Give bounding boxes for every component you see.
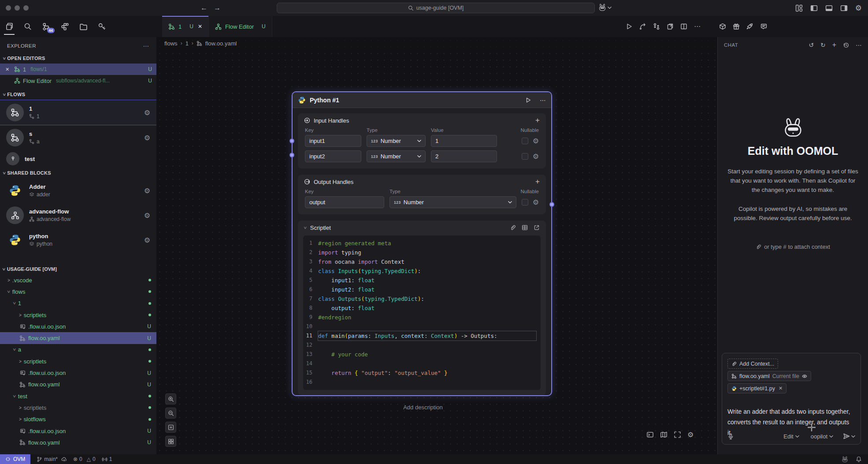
gift-icon[interactable] [733, 23, 740, 30]
tree-item-.flow.ui.oo.json[interactable]: .flow.ui.oo.jsonU [0, 367, 156, 378]
export-icon[interactable] [667, 23, 674, 30]
flow-list-item-s[interactable]: s a ⚙ [0, 125, 156, 150]
remove-chip-icon[interactable]: ✕ [779, 385, 783, 391]
type-select[interactable]: 123 Number [367, 135, 426, 147]
problems-item[interactable]: ⊗0 △0 [73, 456, 96, 462]
blocks-activity-icon[interactable] [58, 19, 71, 34]
tree-item-flows[interactable]: >flows [0, 286, 156, 297]
code-line-6[interactable]: 6 input2: float [303, 285, 541, 294]
breadcrumb-item[interactable]: flow.oo.yaml [205, 40, 237, 47]
context-scriptlet-chip[interactable]: +scriptlet#1.py ✕ [727, 383, 786, 393]
redo-icon[interactable]: ↻ [820, 41, 826, 49]
tree-item-.flow.ui.oo.json[interactable]: .flow.ui.oo.jsonU [0, 321, 156, 332]
shared-block-python[interactable]: python python ⚙ [0, 228, 156, 252]
output-handle[interactable] [549, 202, 554, 207]
zoom-in-icon[interactable] [165, 393, 176, 404]
add-output-icon[interactable]: + [535, 177, 540, 186]
flow-canvas-editor[interactable]: flows › 1 › flow.oo.yaml Python #1 ⋯ Inp… [156, 37, 717, 454]
fit-view-icon[interactable] [165, 422, 176, 433]
add-context-chip[interactable]: Add Context... [727, 359, 778, 369]
overview-grid-icon[interactable] [165, 436, 176, 447]
command-center-search[interactable]: usage-guide [OVM] [277, 3, 595, 13]
code-line-1[interactable]: 1#region generated meta [303, 239, 541, 248]
shared-blocks-header[interactable]: > SHARED BLOCKS [0, 168, 156, 178]
traffic-light-close[interactable] [6, 5, 11, 11]
flow-list-item-1[interactable]: 1 1 ⚙ [0, 100, 156, 125]
tree-item-flow.oo.yaml[interactable]: flow.oo.yamlU [0, 332, 156, 344]
tree-item-scriptlets[interactable]: >scriptlets [0, 402, 156, 413]
gear-icon[interactable]: ⚙ [533, 152, 539, 161]
code-line-16[interactable]: 16 [303, 378, 541, 387]
code-line-5[interactable]: 5 input1: float [303, 276, 541, 285]
git-branch-item[interactable]: main* [37, 456, 67, 462]
tree-item-scriptlets[interactable]: >scriptlets [0, 355, 156, 367]
undo-icon[interactable]: ↺ [809, 41, 814, 49]
context-file-chip[interactable]: flow.oo.yaml Current file [727, 371, 811, 381]
settings-gear-icon[interactable]: ⚙ [855, 4, 862, 13]
send-button[interactable] [843, 433, 855, 440]
input2-handle[interactable] [289, 153, 294, 157]
open-editor-item-2[interactable]: Flow Editor subflows/advanced-fl... U [0, 75, 156, 86]
rerun-icon[interactable] [639, 23, 646, 30]
explorer-activity-icon[interactable] [3, 19, 16, 34]
code-line-8[interactable]: 8 output: float [303, 303, 541, 313]
gear-icon[interactable]: ⚙ [144, 187, 150, 195]
zoom-out-icon[interactable] [165, 408, 176, 419]
tree-item-a[interactable]: >a [0, 344, 156, 355]
gear-icon[interactable]: ⚙ [533, 137, 539, 145]
gear-icon[interactable]: ⚙ [533, 198, 539, 206]
open-editors-header[interactable]: > OPEN EDITORS [0, 53, 156, 64]
open-external-icon[interactable] [534, 225, 540, 231]
python-node-card[interactable]: Python #1 ⋯ Input Handles + Key Type Val… [292, 91, 552, 396]
key-input[interactable]: input1 [305, 135, 361, 147]
open-editor-item-1[interactable]: ✕ 1 flows/1 U [0, 64, 156, 75]
gear-icon[interactable]: ⚙ [144, 134, 150, 142]
remote-indicator[interactable]: OVM [0, 454, 30, 464]
attach-icon[interactable] [510, 225, 516, 231]
workspace-section-header[interactable]: > USAGE-GUIDE [OVM] [0, 264, 156, 274]
tree-item-test[interactable]: >test [0, 390, 156, 402]
tab-flow-editor[interactable]: Flow Editor U [209, 16, 272, 37]
breadcrumb-item[interactable]: flows [164, 40, 178, 47]
type-select[interactable]: 123 Number [367, 150, 426, 162]
code-line-9[interactable]: 9#endregion [303, 313, 541, 322]
chat-model-select[interactable]: oopilot [811, 433, 833, 440]
code-line-14[interactable]: 14 [303, 359, 541, 368]
node-more-icon[interactable]: ⋯ [540, 97, 546, 104]
node-header[interactable]: Python #1 ⋯ [293, 92, 551, 108]
value-input[interactable]: 1 [431, 135, 497, 147]
oomol-bunny-icon[interactable] [841, 456, 849, 463]
editor-layout-icon[interactable] [522, 225, 528, 231]
new-chat-icon[interactable]: + [832, 41, 836, 49]
microphone-icon[interactable] [727, 433, 734, 440]
oomol-menu[interactable] [598, 4, 612, 11]
more-actions-icon[interactable]: ⋯ [694, 22, 701, 30]
code-line-7[interactable]: 7class Outputs(typing.TypedDict): [303, 294, 541, 303]
type-select[interactable]: 123 Number [389, 196, 516, 208]
run-icon[interactable] [626, 23, 633, 30]
nullable-checkbox[interactable] [522, 199, 528, 206]
code-line-12[interactable]: 12 [303, 341, 541, 350]
key-input[interactable]: input2 [305, 150, 361, 162]
code-line-10[interactable]: 10 [303, 322, 541, 331]
flow-list-item-test[interactable]: test [0, 150, 156, 168]
flows-activity-icon[interactable]: 44 [40, 19, 53, 34]
tab-close-icon[interactable]: ✕ [198, 23, 202, 30]
chat-more-icon[interactable]: ⋯ [856, 41, 862, 49]
tab-flow-1[interactable]: 1 U ✕ [162, 16, 209, 37]
folder-activity-icon[interactable] [77, 19, 90, 34]
code-line-3[interactable]: 3from oocana import Context [303, 257, 541, 266]
key-input[interactable]: output [305, 196, 384, 208]
nullable-checkbox[interactable] [522, 138, 528, 144]
close-icon[interactable]: ✕ [5, 67, 11, 72]
toggle-sidebar-right-icon[interactable] [840, 4, 848, 12]
explorer-more-icon[interactable]: ⋯ [143, 42, 149, 49]
eye-icon[interactable] [802, 374, 807, 379]
breadcrumb-item[interactable]: 1 [185, 40, 189, 47]
input1-handle[interactable] [289, 138, 294, 143]
traffic-light-minimize[interactable] [15, 5, 20, 11]
code-line-13[interactable]: 13 # your code [303, 350, 541, 359]
nav-forward-icon[interactable]: → [214, 4, 221, 12]
nav-back-icon[interactable]: ← [200, 4, 208, 12]
traffic-light-zoom[interactable] [23, 5, 29, 11]
